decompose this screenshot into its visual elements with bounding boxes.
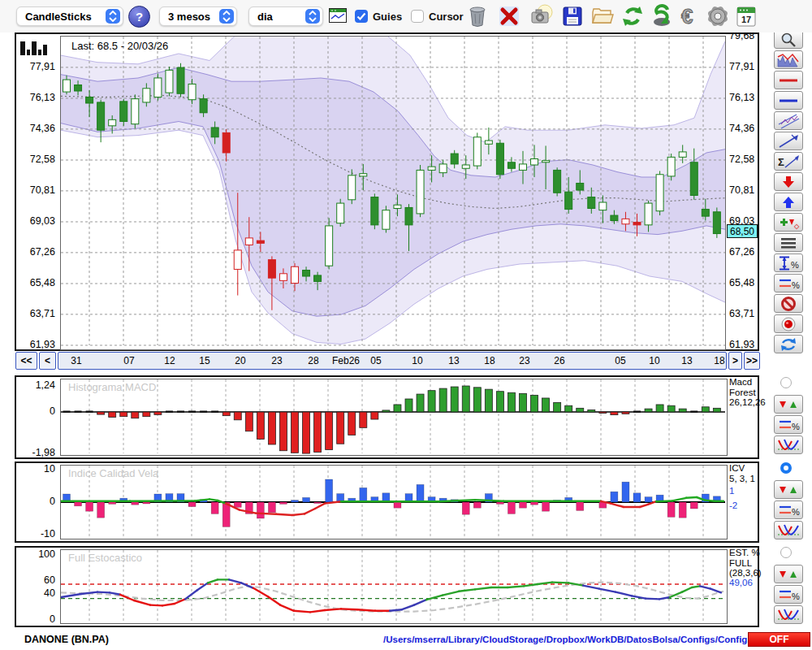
icv-wave-button[interactable]	[774, 521, 803, 540]
chevron-updown-icon	[305, 9, 320, 24]
date-tick-label: 12	[164, 355, 175, 366]
svg-text:%: %	[791, 260, 799, 270]
stoch-arrows-button[interactable]	[774, 565, 803, 583]
app-window: CandleSticks ? 3 mesos dia Guies	[0, 0, 812, 650]
macd-wave-button[interactable]	[774, 436, 803, 454]
help-icon: ?	[136, 10, 143, 24]
measure-vertical-button[interactable]: %	[774, 254, 803, 272]
period-select[interactable]: 3 mesos	[159, 6, 237, 26]
interval-select[interactable]: dia	[248, 6, 323, 26]
indicator-chart-button[interactable]	[774, 50, 803, 69]
interval-value: dia	[257, 11, 273, 23]
stoch-percent-button[interactable]: %	[774, 585, 803, 604]
off-button[interactable]: OFF	[748, 632, 810, 647]
euro-icon[interactable]: €	[676, 3, 702, 29]
snapshot-icon[interactable]	[528, 3, 554, 29]
macd-title: Histograma MACD	[68, 381, 156, 393]
date-tick-label: 13	[681, 355, 692, 366]
axis-tick-label: 67,26	[18, 246, 55, 258]
arrow-up-blue-button[interactable]	[774, 193, 803, 211]
stoch-plot[interactable]	[61, 550, 727, 623]
date-tick-label: 05	[370, 355, 381, 366]
axis-tick-label: 60	[18, 574, 55, 586]
sum-trend-button[interactable]: Σ	[774, 152, 803, 171]
axis-tick-label: 65,48	[729, 277, 754, 288]
red-line-button[interactable]	[774, 71, 803, 89]
icv-value-2: -2	[729, 500, 737, 511]
forbid-button[interactable]	[774, 294, 803, 313]
stoch-value: 49,06	[729, 578, 753, 588]
axis-tick-label: 72,58	[18, 154, 55, 165]
axis-tick-label: 74,36	[18, 123, 55, 134]
delete-x-icon[interactable]	[496, 3, 522, 29]
date-tick-label: 18	[484, 355, 495, 366]
percent-lines-button[interactable]: %	[774, 274, 803, 292]
scroll-first-button[interactable]: <<	[15, 352, 37, 370]
cursor-checkbox[interactable]	[411, 10, 424, 23]
sync-icon[interactable]	[648, 3, 674, 29]
guies-checkbox[interactable]	[355, 10, 368, 23]
axis-tick-label: 72,58	[729, 154, 754, 165]
record-button[interactable]	[774, 314, 803, 333]
scroll-last-button[interactable]: >>	[744, 352, 760, 370]
refresh-icon[interactable]	[620, 3, 646, 29]
guies-label: Guies	[373, 11, 402, 23]
axis-tick-label: 61,93	[729, 339, 754, 350]
svg-text:Σ: Σ	[778, 156, 784, 168]
help-button[interactable]: ?	[128, 6, 150, 28]
svg-text:€: €	[681, 4, 693, 28]
scroll-next-button[interactable]: >	[728, 352, 742, 370]
axis-tick-label: 65,48	[18, 277, 55, 288]
levels-button[interactable]	[774, 233, 803, 252]
stoch-title: Full Estocastico	[68, 552, 142, 564]
blue-line-button[interactable]	[774, 91, 803, 110]
symbol-label: DANONE (BN.PA)	[24, 634, 109, 645]
icv-panel-radio[interactable]	[780, 462, 792, 474]
date-tick-label: 26	[554, 355, 564, 366]
channel-button[interactable]	[774, 111, 803, 130]
add-signal-button[interactable]	[774, 213, 803, 232]
save-icon[interactable]	[559, 3, 585, 29]
chart-type-value: CandleSticks	[25, 11, 92, 23]
chart-type-select[interactable]: CandleSticks	[16, 6, 123, 26]
stoch-wave-button[interactable]	[774, 605, 803, 624]
date-tick-label: 13	[448, 355, 459, 366]
chevron-updown-icon	[219, 9, 234, 24]
price-plot[interactable]	[61, 37, 725, 349]
svg-text:%: %	[792, 507, 800, 517]
stoch-panel-radio[interactable]	[780, 547, 792, 558]
settings-gear-icon[interactable]	[705, 3, 731, 29]
open-folder-icon[interactable]	[590, 3, 615, 29]
macd-percent-button[interactable]: %	[774, 415, 803, 434]
axis-tick-label: 63,71	[729, 308, 754, 319]
macd-legend: MacdForest26,12,26	[729, 377, 766, 408]
arrow-down-red-button[interactable]	[774, 172, 803, 191]
macd-plot[interactable]	[61, 379, 727, 454]
axis-tick-label: -1,98	[18, 447, 55, 458]
chart-window-icon[interactable]	[328, 7, 348, 24]
zoom-button[interactable]	[774, 30, 803, 49]
date-scrollbar[interactable]: 31071215202328Feb2605101318232605101318	[58, 352, 727, 370]
icv-legend: ICV5, 3, 1	[729, 463, 755, 483]
icv-plot[interactable]	[61, 466, 727, 539]
calendar-day: 17	[741, 15, 751, 24]
calendar-icon[interactable]: 17	[733, 3, 759, 29]
macd-panel-radio[interactable]	[780, 377, 792, 388]
icv-percent-button[interactable]: %	[774, 500, 803, 519]
icv-value-1: 1	[729, 486, 734, 496]
date-tick-label: 10	[412, 355, 422, 366]
svg-text:%: %	[792, 592, 800, 601]
axis-tick-label: 1,24	[18, 379, 55, 391]
trash-icon[interactable]	[464, 3, 490, 29]
date-tick-label: 10	[649, 355, 659, 366]
trend-line-button[interactable]	[774, 132, 803, 150]
config-path-label: /Users/mserra/Library/CloudStorage/Dropb…	[383, 635, 810, 644]
icv-title: Indice Calidad Vela	[68, 467, 158, 479]
icv-arrows-button[interactable]	[774, 480, 803, 499]
date-tick-label: 23	[519, 355, 529, 366]
date-tick-label: Feb26	[332, 355, 360, 366]
macd-arrows-button[interactable]	[774, 395, 803, 414]
refresh-blue-button[interactable]	[774, 335, 803, 353]
scroll-prev-button[interactable]: <	[39, 352, 56, 370]
axis-tick-label: 0	[18, 496, 55, 507]
